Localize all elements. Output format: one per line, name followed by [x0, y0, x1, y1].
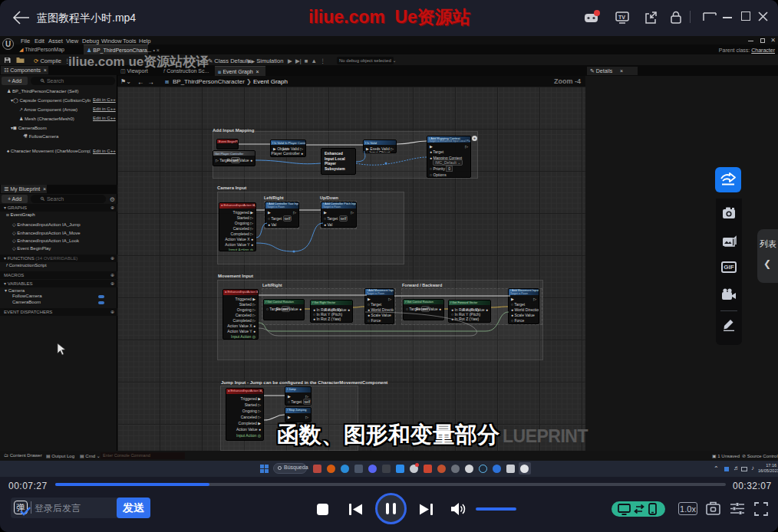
svg-text:TV: TV	[618, 15, 625, 20]
